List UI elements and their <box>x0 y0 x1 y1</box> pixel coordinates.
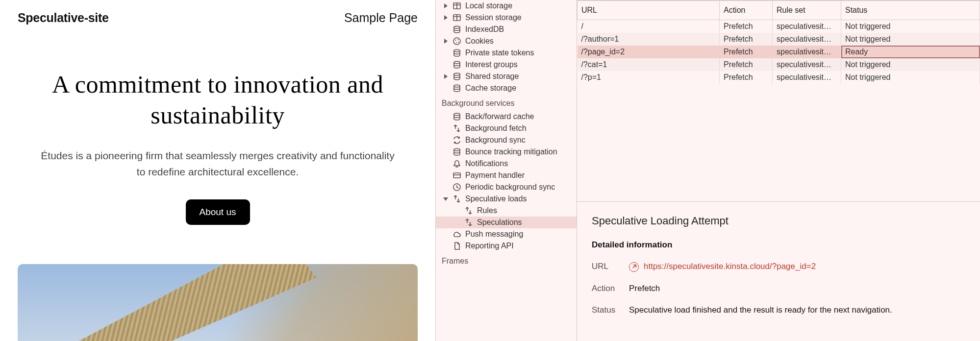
disclosure-triangle-icon[interactable] <box>444 74 448 79</box>
detail-action-row: Action Prefetch <box>592 284 965 293</box>
cell-url: /?author=1 <box>578 33 720 46</box>
table-row[interactable]: /?cat=1Prefetchspeculativesit…Not trigge… <box>578 58 980 71</box>
cell-rule: speculativesit… <box>773 20 841 33</box>
tree-item-label: Rules <box>477 206 497 215</box>
frames-label: Frames <box>436 252 577 268</box>
table-header[interactable]: Rule set <box>773 0 841 20</box>
db-icon <box>452 25 461 34</box>
tree-item[interactable]: Payment handler <box>436 170 577 181</box>
bell-icon <box>452 159 461 168</box>
db-icon <box>452 60 461 69</box>
tree-item-label: Session storage <box>465 13 522 22</box>
tree-item-label: Background fetch <box>465 124 527 133</box>
tree-item-label: Private state tokens <box>465 49 534 57</box>
detail-title: Speculative Loading Attempt <box>592 215 965 227</box>
detail-sub: Detailed information <box>592 240 965 250</box>
table-header[interactable]: URL <box>578 0 720 20</box>
about-us-button[interactable]: About us <box>186 199 250 225</box>
table-row[interactable]: /Prefetchspeculativesit…Not triggered <box>578 20 980 33</box>
cell-url: /?page_id=2 <box>578 46 720 58</box>
disclosure-triangle-icon[interactable] <box>444 39 448 44</box>
tree-item[interactable]: Cache storage <box>436 82 577 94</box>
site-title[interactable]: Speculative-site <box>18 11 109 25</box>
cell-rule: speculativesit… <box>773 71 841 84</box>
nav-sample-page[interactable]: Sample Page <box>344 11 418 25</box>
detail-status-value: Speculative load finished and the result… <box>629 305 892 315</box>
disclosure-triangle-icon[interactable] <box>444 15 448 20</box>
hero-heading: A commitment to innovation and sustainab… <box>18 69 418 130</box>
tree-item-label: Push messaging <box>465 230 523 239</box>
tree-item[interactable]: Speculations <box>436 217 577 228</box>
file-icon <box>452 242 461 250</box>
tree-item[interactable]: Cookies <box>436 35 577 47</box>
tree-item[interactable]: Local storage <box>436 0 577 12</box>
tree-item[interactable]: Background fetch <box>436 122 577 134</box>
tree-item-label: Speculations <box>477 218 522 227</box>
tree-item[interactable]: Bounce tracking mitigation <box>436 146 577 158</box>
table-header[interactable]: Action <box>720 0 773 20</box>
hero-heading-line2: sustainability <box>151 101 285 129</box>
cookie-icon <box>452 37 461 46</box>
tree-item-label: Payment handler <box>465 171 525 180</box>
tree-item-label: Background sync <box>465 136 526 145</box>
table-spacer <box>577 84 980 201</box>
arrows-icon <box>452 195 461 203</box>
sync-icon <box>452 136 461 145</box>
clock-icon <box>452 183 461 192</box>
application-tree[interactable]: Local storageSession storageIndexedDBCoo… <box>436 0 577 341</box>
disclosure-triangle-icon[interactable] <box>444 3 448 8</box>
disclosure-triangle-icon[interactable] <box>443 197 448 201</box>
background-services-label: Background services <box>436 94 577 111</box>
speculations-table[interactable]: URLActionRule setStatus /Prefetchspecula… <box>577 0 980 84</box>
tree-item[interactable]: Session storage <box>436 12 577 24</box>
cell-url: / <box>578 20 720 33</box>
detail-url-label: URL <box>592 262 619 272</box>
tree-item-label: Periodic background sync <box>465 183 555 192</box>
db-icon <box>452 147 461 156</box>
tree-item[interactable]: Reporting API <box>436 240 577 252</box>
cell-rule: speculativesit… <box>773 33 841 46</box>
card-icon <box>452 171 461 180</box>
hero-section: A commitment to innovation and sustainab… <box>18 69 418 341</box>
table-row[interactable]: /?author=1Prefetchspeculativesit…Not tri… <box>578 33 980 46</box>
tree-item[interactable]: Periodic background sync <box>436 181 577 193</box>
cell-action: Prefetch <box>720 46 773 58</box>
tree-item-label: Bounce tracking mitigation <box>465 147 557 156</box>
cloud-icon <box>452 230 461 239</box>
detail-url-value[interactable]: https://speculativesite.kinsta.cloud/?pa… <box>644 262 816 271</box>
tree-item[interactable]: Speculative loads <box>436 193 577 205</box>
grid-icon <box>452 1 461 10</box>
db-icon <box>452 84 461 93</box>
site-header: Speculative-site Sample Page <box>18 11 418 25</box>
tree-item[interactable]: IndexedDB <box>436 24 577 35</box>
detail-status-label: Status <box>592 305 619 315</box>
tree-item[interactable]: Background sync <box>436 134 577 146</box>
tree-item-label: Cache storage <box>465 84 516 93</box>
cell-status: Not triggered <box>841 58 980 71</box>
detail-action-value: Prefetch <box>629 284 660 293</box>
tree-item-label: Local storage <box>465 1 512 10</box>
grid-icon <box>452 13 461 22</box>
tree-item[interactable]: Shared storage <box>436 71 577 82</box>
tree-item[interactable]: Rules <box>436 205 577 217</box>
tree-item-label: Cookies <box>465 37 494 46</box>
table-header[interactable]: Status <box>841 0 980 20</box>
arrows-icon <box>452 124 461 133</box>
tree-item-label: IndexedDB <box>465 25 504 34</box>
tree-item-label: Reporting API <box>465 242 514 250</box>
tree-item[interactable]: Back/forward cache <box>436 111 577 122</box>
cell-action: Prefetch <box>720 58 773 71</box>
tree-item[interactable]: Push messaging <box>436 228 577 240</box>
cell-status: Not triggered <box>841 33 980 46</box>
speculations-pane: URLActionRule setStatus /Prefetchspecula… <box>577 0 980 341</box>
table-row[interactable]: /?page_id=2Prefetchspeculativesit…Ready <box>578 46 980 58</box>
cell-action: Prefetch <box>720 33 773 46</box>
hero-heading-line1: A commitment to innovation and <box>52 71 383 98</box>
detail-url-value-wrap: https://speculativesite.kinsta.cloud/?pa… <box>629 262 816 272</box>
tree-item[interactable]: Interest groups <box>436 59 577 71</box>
tree-item[interactable]: Private state tokens <box>436 47 577 59</box>
tree-item[interactable]: Notifications <box>436 158 577 170</box>
db-icon <box>452 112 461 121</box>
detail-pane: Speculative Loading Attempt Detailed inf… <box>577 201 980 341</box>
table-row[interactable]: /?p=1Prefetchspeculativesit…Not triggere… <box>578 71 980 84</box>
